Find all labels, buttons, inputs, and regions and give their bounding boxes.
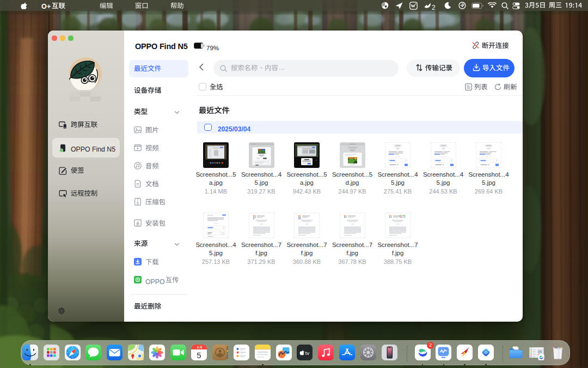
svg-text:tv: tv (305, 349, 310, 355)
svg-text:3: 3 (197, 346, 199, 349)
svg-text:5: 5 (197, 350, 201, 359)
